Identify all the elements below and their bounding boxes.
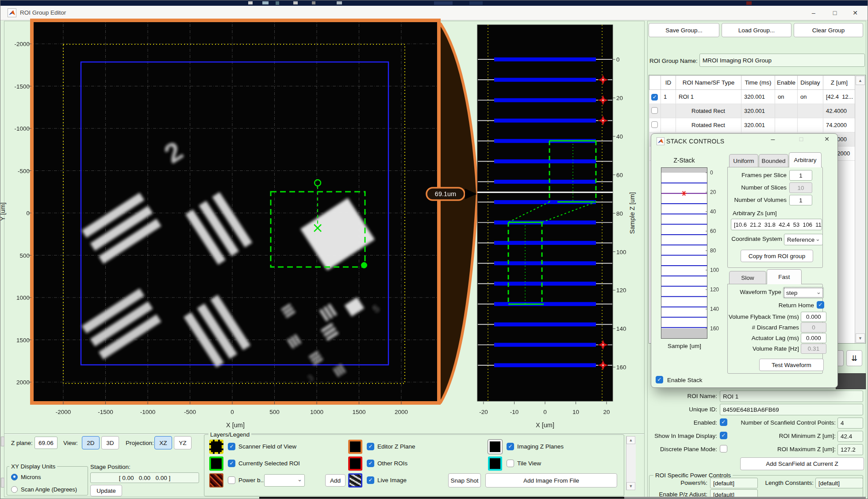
snap-shot-button[interactable]: Snap Shot bbox=[448, 473, 481, 487]
scanfield-points-field[interactable]: 4 bbox=[837, 418, 863, 429]
maximize-button[interactable]: □ bbox=[825, 7, 845, 19]
return-home-label: Return Home bbox=[747, 302, 814, 309]
powers-field[interactable]: [default] bbox=[710, 478, 758, 488]
title-bar: ROI Group Editor – □ ✕ bbox=[0, 6, 868, 20]
layers-scrollbar[interactable]: ▲ ▼ bbox=[626, 436, 636, 490]
add-image-from-file-button[interactable]: Add Image From File bbox=[485, 473, 617, 487]
sample-um-label: Sample [um] bbox=[651, 343, 718, 349]
col-display[interactable]: Display bbox=[798, 76, 823, 90]
length-constants-field[interactable]: [default] bbox=[815, 478, 863, 488]
z-stack-label: Z-Stack bbox=[657, 157, 712, 164]
arbitrary-zs-field[interactable]: [10.6 21.2 31.8 42.4 53 106 11 bbox=[731, 219, 822, 230]
num-volumes-field[interactable]: 1 bbox=[789, 195, 812, 205]
desktop-blip bbox=[276, 1, 279, 5]
enable-stack-label: Enable Stack bbox=[667, 377, 703, 383]
tab-arbitrary[interactable]: Arbitrary bbox=[789, 152, 822, 167]
view-label: View: bbox=[63, 440, 78, 446]
col-z[interactable]: Z [um] bbox=[823, 76, 856, 90]
unique-id-field[interactable]: 8459E6481BA6FB69 bbox=[720, 404, 863, 415]
waveform-type-dropdown[interactable]: step ⌄ bbox=[783, 287, 824, 298]
stack-maximize-button[interactable]: □ bbox=[794, 135, 809, 146]
col-time[interactable]: Time (ms) bbox=[741, 76, 775, 90]
roi-min-z-field[interactable]: 42.4 bbox=[837, 431, 863, 442]
taskbar-fragment bbox=[259, 497, 624, 499]
load-group-button[interactable]: Load Group... bbox=[722, 23, 791, 37]
view-3d-button[interactable]: 3D bbox=[101, 436, 119, 449]
roi-max-z-field[interactable]: 127.2 bbox=[837, 444, 863, 455]
scan-angle-radio[interactable] bbox=[11, 486, 18, 493]
stack-minimize-button[interactable]: – bbox=[765, 135, 780, 146]
discrete-plane-label: Discrete Plane Mode: bbox=[621, 446, 717, 453]
save-group-button[interactable]: Save Group... bbox=[649, 23, 719, 37]
col-id[interactable]: ID bbox=[661, 76, 676, 90]
roi-group-name-field[interactable]: MROI Imaging ROI Group bbox=[699, 54, 865, 67]
projection-yz-button[interactable]: YZ bbox=[174, 436, 192, 449]
power-box-checkbox[interactable] bbox=[228, 476, 235, 484]
clear-group-button[interactable]: Clear Group bbox=[794, 23, 863, 37]
minimize-button[interactable]: – bbox=[804, 7, 823, 19]
desktop-blip bbox=[469, 1, 483, 5]
live-image-checkbox[interactable]: ✓ bbox=[367, 476, 374, 484]
col-name[interactable]: ROI Name/SF Type bbox=[676, 76, 741, 90]
col-check[interactable] bbox=[649, 76, 661, 90]
copy-from-roi-group-button[interactable]: Copy from ROI group bbox=[741, 250, 813, 262]
enabled-label: Enabled: bbox=[621, 419, 717, 426]
selected-roi-checkbox[interactable]: ✓ bbox=[228, 460, 235, 467]
unique-id-label: Unique ID: bbox=[621, 406, 717, 413]
desktop-blip bbox=[262, 1, 269, 4]
power-box-dropdown[interactable]: ⌄ bbox=[264, 474, 305, 487]
chevron-down-icon: ⌄ bbox=[815, 236, 820, 242]
tab-slow[interactable]: Slow bbox=[729, 271, 766, 284]
col-enable[interactable]: Enable bbox=[775, 76, 798, 90]
volume-rate-field: 0.31 bbox=[801, 344, 826, 354]
projection-xz-button[interactable]: XZ bbox=[154, 436, 172, 449]
row-checkbox[interactable]: ✓ bbox=[651, 94, 658, 101]
frames-per-slice-field[interactable]: 1 bbox=[789, 170, 812, 181]
table-row[interactable]: ✓1ROI 1320.001onon[42.4 12... bbox=[649, 90, 856, 104]
table-row[interactable]: Rotated Rect320.00142.4000 bbox=[649, 104, 856, 118]
powers-label: Powers%: bbox=[655, 480, 707, 486]
table-row[interactable]: Rotated Rect320.00174.2000 bbox=[649, 118, 856, 132]
row-checkbox[interactable] bbox=[651, 121, 658, 128]
stage-position-field[interactable]: [ 0.00 0.00 0.00 ] bbox=[90, 472, 199, 483]
stack-close-button[interactable]: ✕ bbox=[819, 135, 834, 146]
edge-scrollbar-fragment[interactable] bbox=[1, 478, 4, 487]
editor-z-plane-checkbox[interactable]: ✓ bbox=[367, 443, 374, 450]
desktop-blip bbox=[746, 1, 752, 5]
imaging-z-planes-checkbox[interactable]: ✓ bbox=[507, 443, 514, 450]
table-scrollbar[interactable]: ▲ ▼ bbox=[855, 75, 865, 343]
edge-scrollbar-fragment[interactable] bbox=[1, 437, 4, 446]
show-in-display-label: Show In Image Display: bbox=[621, 433, 717, 439]
return-home-checkbox[interactable]: ✓ bbox=[817, 301, 824, 309]
close-button[interactable]: ✕ bbox=[845, 7, 865, 19]
view-2d-button[interactable]: 2D bbox=[82, 436, 100, 449]
z-slider-bar[interactable] bbox=[836, 373, 866, 389]
tile-view-checkbox[interactable] bbox=[507, 460, 514, 467]
add-power-button[interactable]: Add bbox=[325, 474, 346, 487]
flyback-field[interactable]: 0.000 bbox=[801, 312, 826, 322]
coordinate-system-dropdown[interactable]: Reference ⌄ bbox=[784, 234, 823, 245]
scroll-to-bottom-button[interactable]: ⇊ bbox=[846, 350, 862, 366]
tab-bounded[interactable]: Bounded bbox=[759, 154, 788, 167]
row-checkbox[interactable] bbox=[651, 107, 658, 114]
scanner-fov-icon bbox=[209, 440, 223, 454]
tab-fast[interactable]: Fast bbox=[767, 269, 802, 284]
scroll-down-icon[interactable]: ▼ bbox=[856, 333, 865, 343]
roi-name-label: ROI Name: bbox=[621, 393, 717, 399]
add-scanfield-button[interactable]: Add ScanField at Current Z bbox=[740, 457, 864, 470]
coordinate-system-label: Coordinate System bbox=[722, 236, 782, 242]
roi-name-field[interactable]: ROI 1 bbox=[720, 391, 863, 402]
stack-controls-window: STACK CONTROLS – □ ✕ Z-Stack 02040608010… bbox=[651, 133, 838, 388]
scanner-fov-checkbox[interactable]: ✓ bbox=[228, 443, 235, 450]
update-button[interactable]: Update bbox=[90, 485, 122, 496]
enable-stack-checkbox[interactable]: ✓ bbox=[656, 376, 663, 383]
tab-uniform[interactable]: Uniform bbox=[729, 154, 758, 167]
other-rois-checkbox[interactable]: ✓ bbox=[367, 460, 374, 467]
test-waveform-button[interactable]: Test Waveform bbox=[759, 359, 824, 371]
desktop-blip bbox=[312, 1, 315, 4]
microns-radio[interactable] bbox=[11, 474, 18, 480]
scroll-up-icon[interactable]: ▲ bbox=[856, 76, 865, 85]
scroll-down-icon[interactable]: ▼ bbox=[626, 482, 635, 490]
actuator-lag-field[interactable]: 0.000 bbox=[801, 333, 826, 343]
z-plane-field[interactable]: 69.06 bbox=[35, 437, 58, 449]
